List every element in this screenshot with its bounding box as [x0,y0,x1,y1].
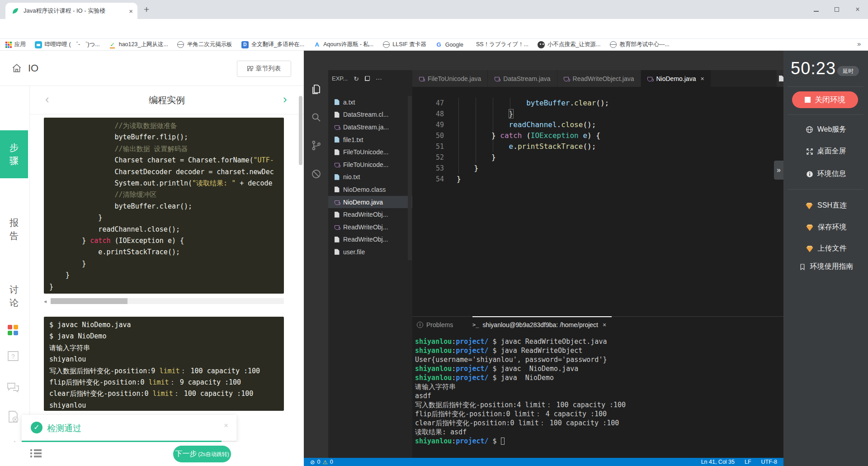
gem-icon [805,223,814,232]
bookmarks-overflow-icon[interactable]: » [857,40,861,48]
editor-tab[interactable]: ReadWriteObject.java [557,70,641,87]
gem-icon [805,244,814,253]
terminal-output[interactable]: shiyanlou:project/ $ javac ReadWriteObje… [415,337,626,446]
partial-tab[interactable] [777,70,783,87]
editor-tab[interactable]: FileToUnicode.java [412,70,487,87]
explorer-scrollbar[interactable] [408,96,412,260]
file-type-icon [334,162,340,168]
course-vscrollbar-thumb[interactable] [299,96,302,165]
partner-logo-icon[interactable] [6,323,20,337]
encoding-indicator[interactable]: UTF-8 [761,459,777,465]
chapter-list-button[interactable]: 章节列表 [237,61,291,77]
bookmark-item[interactable]: Google [435,41,463,48]
problems-tab[interactable]: i Problems [417,321,453,328]
web-service-item[interactable]: Web服务 [783,125,868,134]
editor-tab[interactable]: NioDemo.java × [641,70,711,87]
ssh-item[interactable]: SSH直连 [783,201,868,210]
file-item[interactable]: FileToUnicode... [328,158,412,171]
terminal-close-icon[interactable]: × [603,321,606,328]
next-step-button[interactable]: 下一步 (2s自动跳转) [173,446,231,462]
file-item[interactable]: DataStream.cl... [328,109,412,121]
tab-close-icon[interactable]: × [129,7,133,15]
stop-square-icon [805,97,811,103]
rail-tab[interactable]: 步骤 [0,130,28,178]
next-step-label: 下一步 [175,449,197,459]
svg-text:?: ? [11,353,15,360]
hscroll-left-arrow-icon[interactable]: ◂ [44,298,47,304]
stop-environment-button[interactable]: 关闭环境 [792,91,858,108]
browser-tab[interactable]: Java程序设计课程 - IO - 实验楼 × [5,3,137,19]
hscroll-thumb[interactable] [51,298,127,304]
file-item[interactable]: ReadWriteObj... [328,208,412,221]
errors-count[interactable]: 0 [317,459,320,465]
tab-close-icon[interactable]: × [700,75,704,82]
file-item[interactable]: ReadWriteObj... [328,221,412,233]
file-item[interactable]: FileToUnicode... [328,146,412,158]
bookmark-favicon [109,41,116,48]
bookmark-item[interactable]: Aqours许愿瓶 - 私... [313,41,373,48]
debug-disabled-icon[interactable] [311,168,322,180]
rail-tab[interactable]: 讨论 [0,283,28,309]
window-maximize-button[interactable] [826,5,847,14]
chat-bubbles-icon[interactable] [6,381,20,395]
bookmark-item[interactable]: SS！ラブライブ！... [472,41,528,48]
cursor-position[interactable]: Ln 41, Col 35 [701,459,735,465]
window-close-button[interactable]: × [847,5,868,14]
file-item[interactable]: DataStream.ja... [328,121,412,133]
code-editor[interactable]: 47 byteBuffer.clear();48 }49 readChannel… [412,87,783,316]
terminal-prompt-icon: >_ [472,322,479,328]
file-item[interactable]: nio.txt [328,171,412,184]
file-item[interactable]: a.txt [328,96,412,109]
file-item[interactable]: ReadWriteObj... [328,233,412,246]
bookmark-label: SS！ラブライブ！... [476,41,528,48]
terminal-tab[interactable]: >_ shiyanlou@9b9a283df9ba: /home/project… [472,321,606,328]
new-tab-button[interactable]: + [144,4,149,15]
environment-guide-item[interactable]: 环境使用指南 [783,262,868,271]
delay-button[interactable]: 延时 [837,66,859,76]
tab-java-icon [494,76,500,82]
warnings-icon[interactable]: ⚠ [322,459,327,466]
file-name: DataStream.cl... [343,111,388,118]
bookmark-item[interactable]: hao123_上网从这... [109,41,168,48]
explorer-more-icon[interactable]: ··· [376,75,382,82]
window-minimize-button[interactable] [806,5,826,14]
bookmark-item[interactable]: 小不点搜索_让资源... [538,41,600,48]
save-environment-item[interactable]: 保存环境 [783,223,868,232]
eol-indicator[interactable]: LF [745,459,751,465]
explorer-refresh-icon[interactable]: ↻ [354,75,359,82]
toast-close-icon[interactable]: × [224,421,228,430]
warnings-count[interactable]: 0 [330,459,333,465]
errors-icon[interactable]: ⊘ [310,459,315,466]
file-item[interactable]: NioDemo.class [328,183,412,196]
bookmark-item[interactable]: 应用 [5,41,26,48]
course-home-icon[interactable] [11,62,23,74]
file-item[interactable]: user.file [328,246,412,258]
rail-tab[interactable]: 报告 [0,216,28,243]
file-item[interactable]: file1.txt [328,133,412,146]
fullscreen-item[interactable]: 桌面全屏 [783,147,868,156]
document-error-icon[interactable] [6,410,20,423]
file-name: FileToUnicode... [343,148,388,156]
carousel-prev-icon[interactable]: ‹ [45,92,49,106]
upload-file-item[interactable]: 上传文件 [783,244,868,253]
file-type-icon [334,186,340,193]
bookmark-item[interactable]: 半角二次元揭示板 [177,41,232,48]
step-list-icon[interactable] [30,449,42,458]
search-icon[interactable] [311,112,322,123]
bookmark-item[interactable]: 教育部考试中心---... [609,41,669,48]
git-icon[interactable] [311,140,322,151]
bookmark-item[interactable]: 哔哩哔哩 ( ゜- ゜)つ... [35,41,100,48]
explorer-files-icon[interactable] [311,84,322,95]
help-book-icon[interactable]: ? [6,349,20,363]
bookmark-item[interactable]: LLSIF 査卡器 [382,41,426,48]
panel-expand-chevron[interactable]: » [774,161,783,180]
environment-info-item[interactable]: 环境信息 [783,169,868,179]
browser-toolbar: ← → ↻ shiyanlou.com/courses/2170/learnin… [0,19,868,39]
file-item[interactable]: NioDemo.java [328,196,412,209]
editor-tab[interactable]: DataStream.java [488,70,557,87]
bookmark-item[interactable]: 全文翻译_多语种在... [241,41,304,48]
explorer-collapse-icon[interactable] [365,76,370,81]
tab-java-icon [647,76,653,82]
carousel-next-icon[interactable]: › [283,92,287,106]
file-name: ReadWriteObj... [343,236,388,243]
